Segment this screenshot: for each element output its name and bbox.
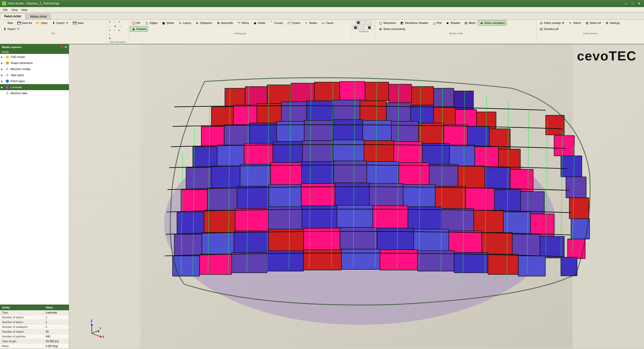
export-button[interactable]: ⬇ Export ▼	[1, 26, 22, 32]
explorer-pin-button[interactable]: 📌	[60, 45, 63, 49]
expand-tape[interactable]: ▶	[1, 74, 4, 77]
picking-layers-button[interactable]: ≡ Layers	[176, 20, 193, 26]
menu-file[interactable]: File	[1, 8, 10, 12]
show-orientation-button[interactable]: ➡ Show orientation	[478, 20, 507, 26]
export-arrow[interactable]: ▼	[17, 28, 20, 30]
shaded-label: Shaded	[450, 21, 460, 24]
menu-help[interactable]: Help	[19, 8, 29, 12]
tape-icon: ⚙	[5, 73, 10, 77]
picking-curves-button[interactable]: ⌒ Curves	[268, 20, 285, 26]
save-as-button[interactable]: 💾 Save As	[15, 20, 34, 26]
menu-view[interactable]: View	[10, 8, 20, 12]
tree-item-shape-extractions[interactable]: ▶ 🟠 Shape extractions	[0, 60, 69, 66]
expand-machine[interactable]: ▶	[1, 68, 4, 71]
toolbar-file-group: 📄 New 💾 Save As 📂 Open ⬆ Import ▼ �	[0, 20, 107, 44]
tree-item-cad-model[interactable]: ▶ 🟡 CAD model	[0, 54, 69, 60]
patch-overlap-button[interactable]: ⊙ Patch overlap ▼	[537, 20, 566, 26]
picking-group-label: Picking type	[130, 32, 351, 35]
svg-rect-60	[510, 169, 533, 191]
explorer-close-button[interactable]: ✕	[64, 45, 67, 49]
select-all-button[interactable]: ⊞ Select all	[583, 20, 603, 26]
new-label: New	[8, 21, 13, 24]
view-down-button[interactable]: ↓	[112, 28, 116, 32]
viewport-2v-button[interactable]: ⬛	[353, 25, 358, 30]
view-rotate-button[interactable]: ↻	[108, 37, 112, 40]
picking-chains-button[interactable]: 🔗 Chains	[285, 20, 302, 26]
cad-model-icon: 🟡	[5, 55, 10, 59]
tree-item-patch-types[interactable]: ▶ 🔵 Patch types	[0, 78, 69, 84]
view-left-button[interactable]: ←	[108, 24, 113, 28]
view-top-right-button[interactable]: ↗	[116, 20, 121, 24]
picking-shells-button[interactable]: ◼ Shells	[160, 20, 176, 26]
svg-rect-47	[475, 147, 498, 168]
show-connectivity-label: Show connectivity	[383, 27, 406, 30]
new-button[interactable]: 📄 New	[1, 20, 15, 26]
property-row: Number of chains55	[0, 329, 69, 334]
tab-patch-artist[interactable]: Patch Artist	[0, 13, 25, 19]
close-button[interactable]: ✕	[636, 1, 642, 6]
expand-shape[interactable]: ▶	[1, 62, 4, 64]
shaded-icon: ■	[446, 21, 450, 25]
picking-patches-button[interactable]: ◈ Patches	[130, 26, 148, 32]
viewport[interactable]: cevoTEC	[69, 44, 644, 348]
view-bottom-right-button[interactable]: ↘	[116, 28, 121, 32]
tree-item-machine-configs[interactable]: ▶ ⚙ Machine configs	[0, 66, 69, 72]
save-button[interactable]: 💾 Save	[71, 20, 86, 26]
viewport-2h-button[interactable]: ⬜	[361, 20, 366, 25]
tab-motion-artist[interactable]: Motion Artist	[26, 14, 51, 19]
wireframe-button[interactable]: ◻ Wireframe	[377, 20, 398, 26]
import-arrow[interactable]: ▼	[65, 22, 69, 24]
select-button[interactable]: ↖ Select	[567, 20, 583, 26]
save-as-icon: 💾	[17, 21, 21, 25]
expand-cad[interactable]: ▶	[1, 56, 4, 58]
viewport-1x1-button[interactable]: ⬛	[356, 20, 361, 25]
patches-icon: ◈	[132, 27, 136, 31]
svg-rect-37	[193, 147, 217, 168]
picking-assembly-button[interactable]: ⚙ Assembly	[215, 20, 235, 26]
viewport-3h-button[interactable]: ⬜	[367, 20, 372, 25]
property-row: Tape length29.392 [m]	[0, 339, 69, 344]
expand-patch[interactable]: ▶	[1, 80, 4, 83]
view-bottom-left-button[interactable]: ↙	[108, 28, 112, 32]
viewport-4-button[interactable]: ⬜	[358, 25, 364, 30]
viewport-wide-button[interactable]: ⬛	[364, 25, 375, 30]
deselect-all-button[interactable]: ⊟ Deselect all	[537, 26, 560, 32]
property-value: 2	[44, 325, 69, 329]
window-controls[interactable]: — □ ✕	[623, 1, 642, 6]
view-right-button[interactable]: →	[118, 24, 123, 28]
view-top-left-button[interactable]: ↖	[108, 20, 112, 24]
tree-item-laminate[interactable]: ▶ 🟣 Laminate	[0, 84, 69, 90]
show-connectivity-button[interactable]: ⊕ Show connectivity	[377, 26, 407, 32]
patch-overlap-arrow[interactable]: ▼	[562, 21, 565, 24]
show-orientation-icon: ➡	[479, 21, 484, 25]
shaded-button[interactable]: ■ Shaded	[444, 20, 462, 26]
tree-item-machine-data[interactable]: ⚙ Machine data	[0, 90, 69, 96]
plot-button[interactable]: 📊 Plot	[430, 20, 443, 26]
picking-nodes-button[interactable]: • Nodes	[303, 20, 319, 26]
svg-rect-38	[217, 145, 244, 166]
tape-types-label: Tape types	[11, 74, 24, 77]
assembly-icon: ⚙	[216, 21, 220, 25]
settings-button[interactable]: ⚙ Settings	[603, 20, 622, 26]
svg-rect-52	[270, 163, 301, 185]
import-button[interactable]: ⬆ Import ▼	[50, 20, 70, 26]
picking-wires-button[interactable]: 〜 Wires	[235, 20, 251, 26]
svg-rect-84	[531, 214, 554, 236]
canvas-area[interactable]: cevoTEC	[69, 44, 644, 348]
title-text: Artist Studio - Gearbox_2_Patched.fpp	[2, 2, 59, 6]
mesh-button[interactable]: ⊞ Mesh	[462, 20, 477, 26]
picking-off-button[interactable]: 🚫 Off	[130, 20, 143, 26]
picking-faces-button[interactable]: ▭ Faces	[319, 20, 335, 26]
tree-item-tape-types[interactable]: ▶ ⚙ Tape types	[0, 72, 69, 78]
view-up-button[interactable]: ↑	[112, 20, 116, 24]
view-flip-button[interactable]: ↕	[108, 32, 112, 36]
view-center-button[interactable]: ⊙	[113, 24, 117, 28]
picking-sublayers-button[interactable]: ≋ Sublayers	[193, 20, 214, 26]
picking-edges-button[interactable]: ◻ Edges	[143, 20, 159, 26]
minimize-button[interactable]: —	[623, 1, 629, 6]
picking-solids-button[interactable]: ◆ Solids	[251, 20, 267, 26]
open-button[interactable]: 📂 Open	[34, 20, 49, 26]
wireframe-shaded-button[interactable]: ◩ Wireframe Shaded	[398, 20, 430, 26]
expand-laminate[interactable]: ▶	[1, 86, 4, 89]
maximize-button[interactable]: □	[630, 1, 635, 6]
